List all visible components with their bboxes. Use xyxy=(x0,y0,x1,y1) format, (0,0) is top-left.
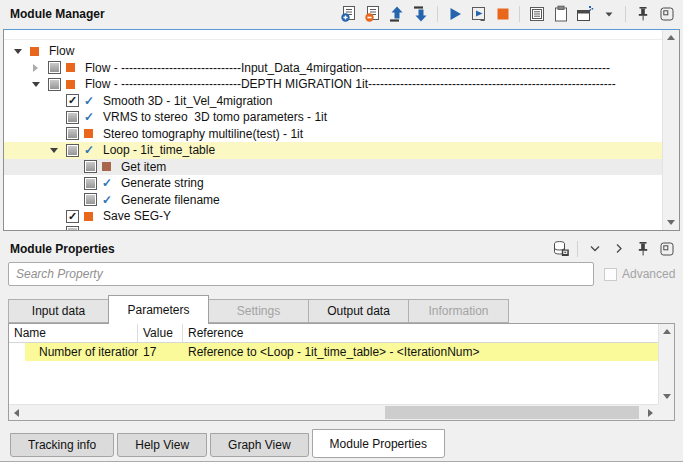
orange-square-icon xyxy=(30,47,48,56)
expander-open-icon[interactable] xyxy=(48,148,66,153)
flow-tree: FlowFlow - -----------------------------… xyxy=(3,29,680,231)
tree-row[interactable]: Loop - 1it_time_table xyxy=(4,142,662,159)
chevron-down-icon[interactable] xyxy=(585,239,604,258)
checkbox-partial[interactable] xyxy=(84,193,97,206)
module-manager-toolbar xyxy=(339,5,683,24)
expander-open-icon[interactable] xyxy=(30,82,48,87)
tree-row[interactable]: Flow - ------------------------------Inp… xyxy=(4,60,662,77)
tree-row[interactable] xyxy=(4,225,662,231)
scroll-down-icon[interactable] xyxy=(667,220,675,225)
view-tab-module-properties[interactable]: Module Properties xyxy=(312,429,445,458)
advanced-label: Advanced xyxy=(622,267,675,281)
move-up-icon[interactable] xyxy=(387,5,406,24)
chevron-right-icon[interactable] xyxy=(609,239,628,258)
advanced-checkbox-group: Advanced xyxy=(604,267,675,281)
tree-row[interactable]: Generate filename xyxy=(4,192,662,209)
expander-open-icon[interactable] xyxy=(12,49,30,54)
pin-panel-icon[interactable] xyxy=(633,239,652,258)
tree-rows: FlowFlow - -----------------------------… xyxy=(4,43,662,230)
tree-row[interactable]: Flow xyxy=(4,43,662,60)
new-window-dropdown-icon[interactable] xyxy=(599,5,618,24)
scroll-up-icon[interactable] xyxy=(667,35,675,40)
database-lock-icon[interactable] xyxy=(551,239,570,258)
view-tab-tracking-info[interactable]: Tracking info xyxy=(10,433,114,457)
checkbox-partial[interactable] xyxy=(48,78,61,91)
copy-icon[interactable] xyxy=(527,5,546,24)
advanced-checkbox[interactable] xyxy=(604,268,617,281)
tab-input-data[interactable]: Input data xyxy=(8,299,109,323)
tab-information: Information xyxy=(408,299,509,323)
blue-check-icon xyxy=(84,144,102,156)
orange-square-icon xyxy=(66,80,84,89)
tree-row[interactable]: Save SEG-Y xyxy=(4,208,662,225)
add-module-icon[interactable] xyxy=(339,5,358,24)
tree-row-label: Generate string xyxy=(120,176,204,190)
float-panel-icon[interactable] xyxy=(657,239,676,258)
tab-parameters[interactable]: Parameters xyxy=(108,295,209,324)
tree-row-label: Generate filename xyxy=(120,193,220,207)
run-selected-icon[interactable] xyxy=(469,5,488,24)
checkbox-checked[interactable] xyxy=(66,210,79,223)
move-down-icon[interactable] xyxy=(411,5,430,24)
checkbox-partial[interactable] xyxy=(84,177,97,190)
toolbar-separator xyxy=(625,6,626,22)
module-manager-window: Module Manager FlowFlow - --------------… xyxy=(0,0,683,462)
toolbar-separator xyxy=(437,6,438,22)
checkbox-partial[interactable] xyxy=(66,144,79,157)
checkbox-partial[interactable] xyxy=(66,111,79,124)
table-header: Name Value Reference xyxy=(9,324,658,343)
scrollbar-thumb[interactable] xyxy=(385,406,638,419)
orange-square-icon xyxy=(84,212,102,221)
new-window-icon[interactable] xyxy=(575,5,594,24)
remove-module-icon[interactable] xyxy=(363,5,382,24)
module-properties-toolbar xyxy=(551,239,683,258)
scroll-down-icon[interactable] xyxy=(663,394,671,399)
row-indent-cell xyxy=(9,343,25,361)
tree-row[interactable]: Smooth 3D - 1it_Vel_4migration xyxy=(4,93,662,110)
checkbox-partial[interactable] xyxy=(48,61,61,74)
pin-panel-icon[interactable] xyxy=(633,5,652,24)
orange-square-icon xyxy=(84,129,102,138)
tree-row-label: Flow xyxy=(48,44,74,58)
module-manager-titlebar: Module Manager xyxy=(0,0,683,28)
run-flow-icon[interactable] xyxy=(445,5,464,24)
column-header-name[interactable]: Name xyxy=(9,324,138,342)
checkbox-checked[interactable] xyxy=(66,94,79,107)
tree-row[interactable]: VRMS to stereo 3D tomo parameters - 1it xyxy=(4,109,662,126)
blue-check-icon xyxy=(102,194,120,206)
tab-output-data[interactable]: Output data xyxy=(308,299,409,323)
blue-check-icon xyxy=(84,111,102,123)
search-property-input[interactable] xyxy=(8,262,594,286)
float-panel-icon[interactable] xyxy=(657,5,676,24)
scroll-left-icon[interactable] xyxy=(14,409,19,417)
cell-name: Number of iteration xyxy=(25,345,138,359)
tree-row[interactable]: Get item xyxy=(4,159,662,176)
tree-row[interactable]: Generate string xyxy=(4,175,662,192)
checkbox-partial[interactable] xyxy=(66,127,79,140)
parameters-table: Name Value Reference Number of iteration… xyxy=(8,323,675,421)
module-manager-title: Module Manager xyxy=(0,7,105,21)
table-row[interactable]: Number of iteration 17 Reference to <Loo… xyxy=(9,343,658,361)
tree-row-label: Stereo tomography multiline(test) - 1it xyxy=(102,127,303,141)
tree-row-label: Smooth 3D - 1it_Vel_4migration xyxy=(102,94,272,108)
checkbox-partial[interactable] xyxy=(66,226,79,230)
tree-row[interactable]: Flow - ------------------------------DEP… xyxy=(4,76,662,93)
paste-icon[interactable] xyxy=(551,5,570,24)
view-tab-help-view[interactable]: Help View xyxy=(117,433,207,457)
table-vertical-scrollbar[interactable] xyxy=(658,324,674,404)
scrollbar-corner xyxy=(658,404,674,420)
scroll-right-icon[interactable] xyxy=(648,409,653,417)
column-header-reference[interactable]: Reference xyxy=(183,324,658,342)
scroll-up-icon[interactable] xyxy=(663,329,671,334)
brown-square-icon xyxy=(102,162,120,171)
stop-icon[interactable] xyxy=(493,5,512,24)
tree-row-label: Flow - ------------------------------DEP… xyxy=(84,77,616,91)
cell-value: 17 xyxy=(138,345,183,359)
tree-vertical-scrollbar[interactable] xyxy=(662,30,679,230)
view-tab-graph-view[interactable]: Graph View xyxy=(210,433,308,457)
expander-closed-icon[interactable] xyxy=(30,64,48,72)
checkbox-partial[interactable] xyxy=(84,160,97,173)
table-horizontal-scrollbar[interactable] xyxy=(9,404,658,420)
tree-row[interactable]: Stereo tomography multiline(test) - 1it xyxy=(4,126,662,143)
column-header-value[interactable]: Value xyxy=(138,324,183,342)
